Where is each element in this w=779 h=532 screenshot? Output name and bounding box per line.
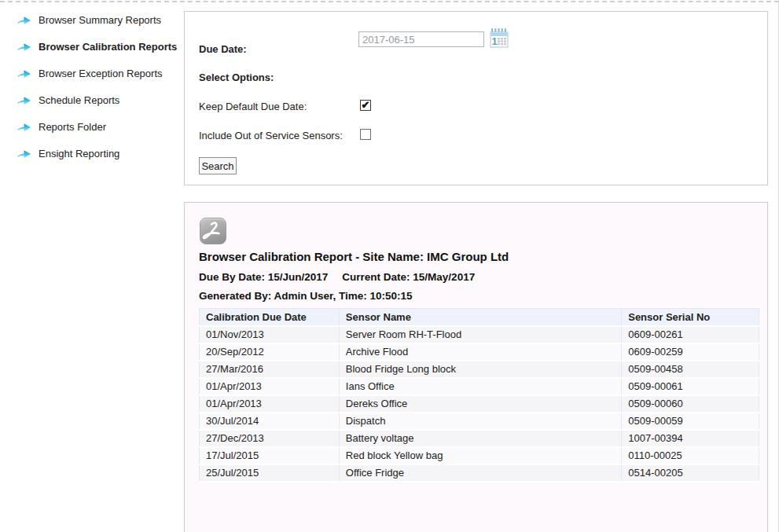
sidebar-item[interactable]: Browser Calibration Reports xyxy=(17,39,178,54)
sidebar-item-label: Browser Summary Reports xyxy=(39,14,161,26)
cell-sensor-name: Battery voltage xyxy=(339,430,621,447)
svg-text:1: 1 xyxy=(492,35,498,47)
table-row: 30/Jul/2014 Dispatch 0509-00059 xyxy=(200,413,759,430)
table-row: 01/Nov/2013 Server Room RH-T-Flood 0609-… xyxy=(200,326,759,343)
calibration-report-table: Calibration Due Date Sensor Name Sensor … xyxy=(199,308,759,482)
sidebar-item[interactable]: Browser Exception Reports xyxy=(17,65,178,81)
keep-default-due-date-checkbox[interactable] xyxy=(360,100,371,111)
table-row: 25/Jul/2015 Office Fridge 0514-00205 xyxy=(200,464,759,482)
cell-sensor-serial-no: 0609-00261 xyxy=(622,326,759,343)
sidebar-item-label: Ensight Reporting xyxy=(39,148,119,160)
arrow-right-icon xyxy=(17,14,31,26)
cell-calibration-due-date: 27/Mar/2016 xyxy=(200,361,340,378)
table-row: 27/Dec/2013 Battery voltage 1007-00394 xyxy=(200,430,759,447)
arrow-right-icon xyxy=(17,121,31,133)
cell-sensor-name: Archive Flood xyxy=(339,343,621,361)
cell-sensor-serial-no: 0509-00059 xyxy=(622,413,759,430)
arrow-right-icon xyxy=(17,41,31,53)
keep-default-due-date-label: Keep Default Due Date: xyxy=(199,101,307,112)
arrow-right-icon xyxy=(17,94,31,106)
cell-calibration-due-date: 01/Apr/2013 xyxy=(200,378,340,395)
cell-sensor-serial-no: 0110-00025 xyxy=(622,447,759,464)
cell-sensor-serial-no: 0609-00259 xyxy=(622,343,759,361)
current-date: Current Date: 15/May/2017 xyxy=(342,271,475,283)
report-title: Browser Calibration Report - Site Name: … xyxy=(199,250,509,263)
include-out-of-service-checkbox[interactable] xyxy=(360,129,371,140)
search-button[interactable]: Search xyxy=(199,157,237,174)
due-date-label: Due Date: xyxy=(199,43,247,55)
cell-sensor-serial-no: 0514-00205 xyxy=(622,464,759,482)
cell-calibration-due-date: 01/Nov/2013 xyxy=(200,326,340,343)
sidebar-item-label: Browser Calibration Reports xyxy=(39,41,177,53)
generated-by-line: Generated By: Admin User, Time: 10:50:15 xyxy=(199,290,413,302)
cell-sensor-name: Ians Office xyxy=(339,378,621,395)
cell-calibration-due-date: 20/Sep/2012 xyxy=(200,343,340,361)
sidebar-item-label: Reports Folder xyxy=(39,121,106,133)
cell-sensor-name: Red block Yellow bag xyxy=(339,447,621,464)
arrow-right-icon xyxy=(17,148,31,160)
sidebar-item-label: Browser Exception Reports xyxy=(39,68,163,79)
search-options-panel: Due Date: 1 Select Options: Keep Default… xyxy=(184,11,768,185)
table-header-row: Calibration Due Date Sensor Name Sensor … xyxy=(200,309,759,326)
select-options-label: Select Options: xyxy=(199,72,274,83)
column-header-calibration-due-date: Calibration Due Date xyxy=(200,309,340,326)
sidebar-item[interactable]: Schedule Reports xyxy=(17,92,178,108)
table-row: 27/Mar/2016 Blood Fridge Long block 0509… xyxy=(200,361,759,378)
cell-calibration-due-date: 27/Dec/2013 xyxy=(200,430,340,447)
adobe-pdf-icon[interactable] xyxy=(200,218,226,244)
cell-sensor-serial-no: 0509-00060 xyxy=(622,395,759,413)
sidebar-item[interactable]: Ensight Reporting xyxy=(17,145,178,161)
cell-calibration-due-date: 30/Jul/2014 xyxy=(200,413,340,430)
arrow-right-icon xyxy=(17,68,31,79)
column-header-sensor-serial-no: Sensor Serial No xyxy=(622,309,759,326)
report-panel: Browser Calibration Report - Site Name: … xyxy=(184,202,768,532)
cell-sensor-name: Office Fridge xyxy=(339,464,621,482)
sidebar: Browser Summary Reports Browser Calibrat… xyxy=(17,12,178,172)
report-dates-line: Due By Date: 15/Jun/2017Current Date: 15… xyxy=(199,271,475,283)
calendar-icon[interactable]: 1 xyxy=(490,28,509,49)
top-dashed-divider xyxy=(0,1,779,2)
cell-calibration-due-date: 01/Apr/2013 xyxy=(200,395,340,413)
table-row: 01/Apr/2013 Ians Office 0509-00061 xyxy=(200,378,759,395)
cell-sensor-name: Server Room RH-T-Flood xyxy=(339,326,621,343)
sidebar-item[interactable]: Reports Folder xyxy=(17,119,178,134)
cell-sensor-serial-no: 0509-00061 xyxy=(622,378,759,395)
sidebar-item[interactable]: Browser Summary Reports xyxy=(17,12,178,28)
cell-sensor-name: Blood Fridge Long block xyxy=(339,361,621,378)
cell-sensor-name: Dereks Office xyxy=(339,395,621,413)
due-date-input[interactable] xyxy=(358,31,484,47)
table-row: 01/Apr/2013 Dereks Office 0509-00060 xyxy=(200,395,759,413)
cell-calibration-due-date: 17/Jul/2015 xyxy=(200,447,340,464)
include-out-of-service-label: Include Out of Service Sensors: xyxy=(199,130,343,141)
cell-sensor-serial-no: 1007-00394 xyxy=(622,430,759,447)
cell-calibration-due-date: 25/Jul/2015 xyxy=(200,464,340,482)
column-header-sensor-name: Sensor Name xyxy=(339,309,621,326)
due-by-date: Due By Date: 15/Jun/2017 xyxy=(199,271,328,283)
table-row: 20/Sep/2012 Archive Flood 0609-00259 xyxy=(200,343,759,361)
cell-sensor-name: Dispatch xyxy=(339,413,621,430)
report-table-body: 01/Nov/2013 Server Room RH-T-Flood 0609-… xyxy=(200,326,759,482)
table-row: 17/Jul/2015 Red block Yellow bag 0110-00… xyxy=(200,447,759,464)
cell-sensor-serial-no: 0509-00458 xyxy=(622,361,759,378)
sidebar-item-label: Schedule Reports xyxy=(39,94,119,106)
